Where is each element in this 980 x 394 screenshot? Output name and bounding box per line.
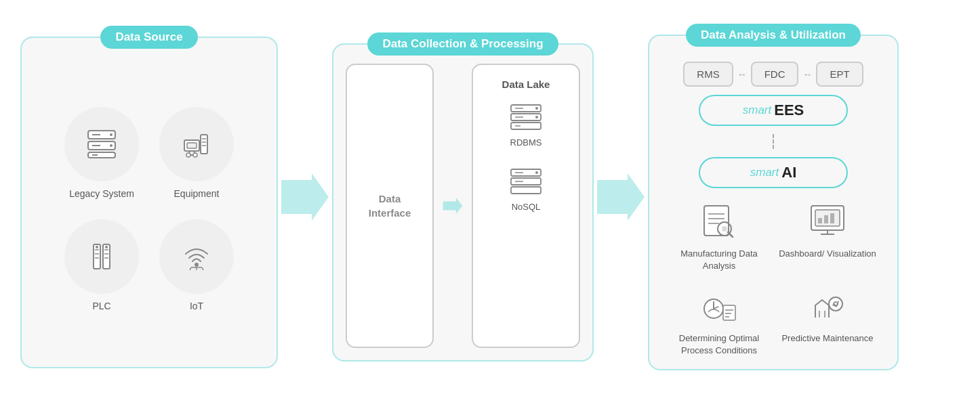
dashboard-label: Dashboard/ Visualization [779, 248, 876, 260]
svg-rect-66 [723, 305, 735, 320]
data-collection-section: Data Collection & Processing DataInterfa… [332, 32, 594, 362]
arrow-1 [278, 170, 332, 224]
data-analysis-label: Data Analysis & Utilization [686, 24, 861, 47]
iot-icon-circle [159, 219, 234, 294]
equipment-icon-circle [159, 107, 234, 181]
mfg-analysis-icon [697, 199, 741, 242]
legacy-label: Legacy System [69, 188, 134, 199]
small-arrow-container [439, 191, 466, 221]
svg-point-72 [829, 297, 842, 311]
rdbms-item: RDBMS [508, 102, 544, 148]
smart-ai-prefix: smart [750, 166, 779, 179]
big-arrow-2-icon [597, 170, 645, 224]
data-collection-label: Data Collection & Processing [367, 32, 558, 56]
svg-point-54 [722, 226, 727, 232]
plc-label: PLC [92, 301, 110, 311]
dashboard-viz-icon [807, 200, 848, 241]
optimal-label: Determining OptimalProcess Conditions [679, 332, 760, 357]
svg-point-46 [535, 171, 538, 174]
svg-rect-15 [201, 135, 207, 154]
main-diagram: Data Source [0, 0, 980, 394]
dashboard-icon [806, 199, 849, 242]
iot-icon [178, 238, 216, 276]
plc-icon [83, 238, 121, 276]
arrow-2 [594, 170, 648, 224]
svg-point-27 [96, 246, 98, 248]
svg-rect-60 [830, 213, 834, 223]
predictive-maintenance-icon [807, 285, 848, 326]
predictive-item: Predictive Maintenance [777, 284, 878, 357]
smart-ai-suffix: AI [781, 164, 796, 181]
svg-point-28 [105, 246, 108, 248]
mfg-analysis-item: Manufacturing Data Analysis [668, 199, 770, 272]
svg-rect-45 [511, 187, 541, 194]
iot-item: IoT [159, 219, 234, 311]
fdc-ept-arrow: ↔ [802, 69, 812, 80]
svg-rect-59 [824, 215, 828, 223]
optimal-icon [697, 284, 741, 327]
optimal-process-icon [699, 285, 739, 326]
data-source-box: Legacy System [20, 37, 278, 368]
svg-point-38 [535, 107, 538, 110]
data-analysis-box: RMS ↔ FDC ↔ EPT smart EES smart AI [648, 35, 899, 370]
analysis-grid: Manufacturing Data Analysis [668, 199, 878, 357]
legacy-icon-circle [64, 107, 139, 181]
plc-icon-circle [64, 219, 139, 294]
data-source-section: Data Source [20, 26, 278, 368]
fdc-box: FDC [751, 62, 799, 87]
data-source-grid: Legacy System [64, 107, 234, 311]
svg-point-14 [193, 153, 197, 157]
small-arrow-icon [442, 191, 464, 221]
smart-ees-suffix: EES [774, 102, 804, 119]
nosql-item: NoSQL [508, 167, 544, 212]
dashboard-item: Dashboard/ Visualization [777, 199, 878, 272]
ept-box: EPT [816, 62, 863, 87]
svg-rect-9 [187, 143, 197, 148]
svg-point-4 [110, 144, 113, 147]
nosql-label: NoSQL [512, 202, 541, 212]
data-analysis-section: Data Analysis & Utilization RMS ↔ FDC ↔ … [648, 24, 899, 370]
data-lake-title: Data Lake [502, 79, 550, 90]
data-source-label: Data Source [100, 26, 197, 49]
svg-line-32 [190, 267, 191, 270]
data-interface-label: DataInterface [369, 192, 411, 220]
equipment-icon [178, 125, 216, 163]
mfg-icon [699, 200, 739, 241]
svg-point-3 [110, 133, 113, 136]
svg-point-39 [535, 116, 538, 118]
equipment-label: Equipment [174, 188, 220, 199]
optimal-item: Determining OptimalProcess Conditions [668, 284, 770, 357]
svg-point-29 [195, 263, 199, 267]
equipment-item: Equipment [159, 107, 234, 199]
iot-label: IoT [190, 301, 203, 311]
data-lake-box: Data Lake RDBMS [472, 64, 580, 348]
data-interface-box: DataInterface [346, 64, 434, 348]
plc-item: PLC [64, 219, 139, 311]
data-collection-box: DataInterface Data Lake [332, 43, 594, 362]
rdbms-label: RDBMS [510, 137, 542, 148]
nosql-icon [508, 167, 544, 196]
rms-fdc-arrow: ↔ [737, 69, 747, 80]
rms-box: RMS [683, 62, 733, 87]
legacy-system-item: Legacy System [64, 107, 139, 199]
svg-point-13 [186, 153, 190, 157]
big-arrow-1-icon [281, 170, 329, 224]
rdbms-icon [508, 102, 544, 132]
predictive-icon [806, 284, 849, 327]
rms-fdc-ept-row: RMS ↔ FDC ↔ EPT [683, 62, 863, 87]
smart-ai-pill: smart AI [699, 157, 848, 188]
mfg-label: Manufacturing Data Analysis [668, 248, 770, 272]
svg-line-33 [202, 267, 203, 270]
predictive-label: Predictive Maintenance [781, 332, 873, 345]
ees-ai-dotted-line [773, 134, 774, 149]
svg-rect-58 [818, 218, 822, 223]
legacy-system-icon [83, 125, 121, 163]
smart-ees-prefix: smart [743, 104, 772, 117]
smart-ees-pill: smart EES [699, 95, 848, 126]
